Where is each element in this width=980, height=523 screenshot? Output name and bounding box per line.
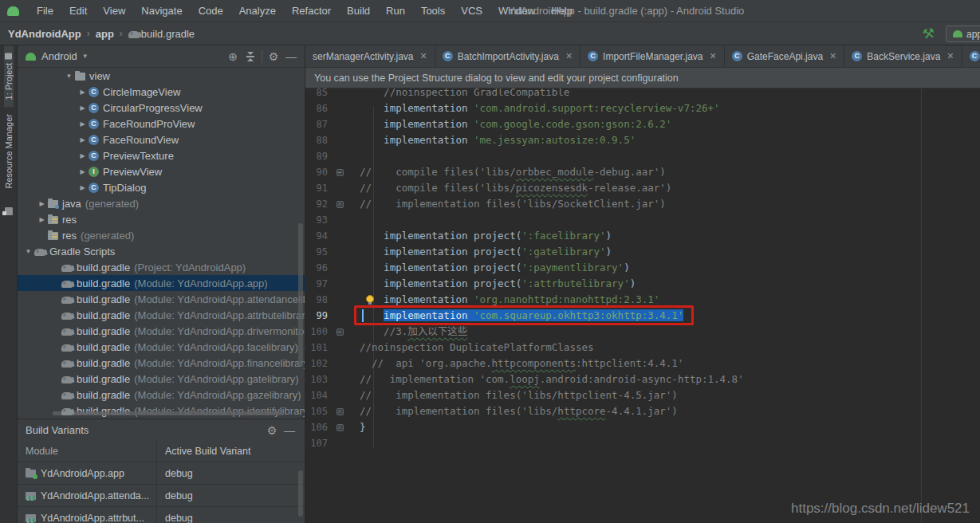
- editor-tab-BatchImportActivity-java[interactable]: CBatchImportActivity.java✕: [435, 45, 581, 67]
- active-variant-cell[interactable]: debug: [157, 513, 305, 523]
- breadcrumb-module[interactable]: app: [96, 28, 114, 40]
- tool-window-tab-resource-manager[interactable]: Resource Manager: [4, 107, 14, 196]
- code-line-98[interactable]: 98 implementation 'org.nanohttpd:nanohtt…: [305, 292, 980, 308]
- menu-item-build[interactable]: Build: [339, 0, 378, 22]
- tree-item-res[interactable]: res(generated): [18, 227, 305, 243]
- menu-item-run[interactable]: Run: [378, 0, 413, 22]
- make-project-hammer-icon[interactable]: ⚒: [921, 25, 935, 43]
- editor-tab-BackService-java[interactable]: CBackService.java✕: [844, 45, 962, 67]
- close-tab-icon[interactable]: ✕: [947, 51, 954, 61]
- active-variant-cell[interactable]: debug: [157, 490, 305, 501]
- line-number[interactable]: 101: [305, 342, 329, 353]
- tree-item-previewview[interactable]: ▶IPreviewView: [18, 163, 305, 179]
- menu-item-code[interactable]: Code: [191, 0, 231, 22]
- build-variant-row[interactable]: YdAndroidApp.attrbut...debug: [18, 507, 305, 523]
- line-number[interactable]: 94: [305, 230, 329, 242]
- expand-arrow-icon[interactable]: ▶: [77, 136, 89, 144]
- code-line-95[interactable]: 95 implementation project(':gatelibrary'…: [305, 244, 980, 260]
- close-tab-icon[interactable]: ✕: [420, 51, 427, 61]
- line-number[interactable]: 98: [305, 294, 329, 305]
- build-variants-tool-icon[interactable]: [5, 207, 13, 215]
- line-number[interactable]: 96: [305, 262, 329, 273]
- code-line-88[interactable]: 88 implementation 'me.jessyan:autosize:0…: [305, 132, 980, 148]
- line-number[interactable]: 89: [305, 151, 329, 162]
- menu-item-refactor[interactable]: Refactor: [284, 0, 339, 22]
- editor-tab-serManagerActivity-java[interactable]: serManagerActivity.java✕: [305, 45, 435, 67]
- code-line-107[interactable]: 107: [305, 435, 980, 451]
- intention-bulb-icon[interactable]: [366, 295, 374, 303]
- fold-end-icon[interactable]: ˄: [337, 408, 344, 415]
- expand-arrow-icon[interactable]: ▼: [22, 248, 34, 255]
- line-number[interactable]: 91: [305, 183, 329, 194]
- line-number[interactable]: 86: [305, 103, 329, 114]
- code-line-91[interactable]: 91// compile files('libs/picozensesdk-re…: [305, 180, 980, 196]
- tree-item-faceroundview[interactable]: ▶CFaceRoundView: [18, 132, 305, 147]
- tree-vertical-scrollbar[interactable]: [298, 223, 303, 367]
- locate-file-icon[interactable]: ⊕: [224, 50, 242, 63]
- line-number[interactable]: 99: [305, 310, 329, 321]
- tree-item-build-gradle[interactable]: build.gradle(Module: YdAndroidApp.attend…: [18, 291, 305, 307]
- expand-arrow-icon[interactable]: ▶: [36, 200, 48, 207]
- build-variants-scrollbar[interactable]: [298, 470, 303, 517]
- fold-end-icon[interactable]: ˄: [337, 424, 344, 431]
- code-line-106[interactable]: 106˄}: [305, 419, 980, 435]
- code-line-96[interactable]: 96 implementation project(':paymentlibra…: [305, 260, 980, 276]
- editor-tab-GateFaceApi-java[interactable]: CGateFaceApi.java✕: [725, 45, 845, 67]
- line-number[interactable]: 102: [305, 358, 329, 369]
- tree-item-previewtexture[interactable]: ▶CPreviewTexture: [18, 147, 305, 163]
- project-view-selector[interactable]: Android: [41, 50, 77, 62]
- fold-collapse-icon[interactable]: −: [337, 169, 344, 176]
- menu-item-edit[interactable]: Edit: [61, 0, 95, 22]
- line-number[interactable]: 104: [305, 390, 329, 401]
- chevron-down-icon[interactable]: ▼: [82, 53, 89, 60]
- code-line-93[interactable]: 93: [305, 212, 980, 228]
- expand-arrow-icon[interactable]: ▶: [36, 216, 48, 223]
- menu-item-analyze[interactable]: Analyze: [231, 0, 284, 22]
- code-line-101[interactable]: 101//noinspection DuplicatePlatformClass…: [305, 340, 980, 356]
- menu-item-file[interactable]: File: [29, 0, 61, 22]
- line-number[interactable]: 87: [305, 119, 329, 130]
- tree-item-build-gradle[interactable]: build.gradle(Module: YdAndroidApp.gateli…: [18, 371, 305, 387]
- run-configuration-selector[interactable]: app: [946, 26, 980, 42]
- fold-collapse-icon[interactable]: −: [337, 328, 344, 336]
- line-number[interactable]: 85: [305, 88, 329, 98]
- expand-arrow-icon[interactable]: ▶: [77, 104, 89, 112]
- line-number[interactable]: 93: [305, 214, 329, 226]
- code-line-102[interactable]: 102 // api 'org.apache.httpcomponents:ht…: [305, 356, 980, 372]
- code-editor[interactable]: 85 //noinspection GradleCompatible86 imp…: [305, 88, 980, 523]
- line-number[interactable]: 100: [305, 326, 329, 337]
- tree-item-java[interactable]: ▶java(generated): [18, 195, 305, 211]
- code-line-97[interactable]: 97 implementation project(':attrbutelibr…: [305, 276, 980, 292]
- expand-arrow-icon[interactable]: ▶: [77, 88, 89, 96]
- breadcrumb-project[interactable]: YdAndroidApp: [8, 28, 81, 40]
- line-number[interactable]: 95: [305, 246, 329, 258]
- expand-arrow-icon[interactable]: ▶: [77, 168, 89, 175]
- close-tab-icon[interactable]: ✕: [565, 51, 573, 61]
- code-line-90[interactable]: 90−// compile files('libs/orbbec_module-…: [305, 164, 980, 180]
- line-number[interactable]: 90: [305, 167, 329, 178]
- code-line-104[interactable]: 104// implementation files('libs/httpcli…: [305, 387, 980, 403]
- code-line-103[interactable]: 103// implementation 'com.loopj.android:…: [305, 372, 980, 387]
- expand-arrow-icon[interactable]: ▶: [77, 152, 89, 159]
- line-number[interactable]: 103: [305, 374, 329, 385]
- tree-item-build-gradle[interactable]: build.gradle(Module: YdAndroidApp.identi…: [18, 403, 305, 419]
- fold-end-icon[interactable]: ˄: [337, 201, 344, 208]
- hide-panel-icon[interactable]: —: [281, 424, 298, 437]
- close-tab-icon[interactable]: ✕: [709, 51, 716, 61]
- code-line-86[interactable]: 86 implementation 'com.android.support:r…: [305, 100, 980, 116]
- expand-arrow-icon[interactable]: ▶: [77, 184, 89, 191]
- tree-item-view[interactable]: ▼view: [18, 68, 305, 84]
- menu-item-vcs[interactable]: VCS: [453, 0, 490, 22]
- code-line-92[interactable]: 92˄// implementation files('libs/SocketC…: [305, 196, 980, 212]
- expand-arrow-icon[interactable]: ▶: [77, 120, 89, 128]
- tree-item-build-gradle[interactable]: build.gradle(Module: YdAndroidApp.financ…: [18, 355, 305, 371]
- build-variant-row[interactable]: YdAndroidApp.appdebug: [18, 462, 305, 485]
- build-variant-row[interactable]: YdAndroidApp.attenda...debug: [18, 485, 305, 507]
- line-number[interactable]: 107: [305, 438, 329, 449]
- menu-item-tools[interactable]: Tools: [413, 0, 453, 22]
- menu-item-navigate[interactable]: Navigate: [133, 0, 190, 22]
- editor-tab-partial[interactable]: C: [962, 45, 980, 67]
- settings-gear-icon[interactable]: ⚙: [263, 424, 281, 437]
- editor-tab-ImportFileManager-java[interactable]: CImportFileManager.java✕: [581, 45, 725, 67]
- tree-item-build-gradle[interactable]: build.gradle(Module: YdAndroidApp.gazeli…: [18, 387, 305, 403]
